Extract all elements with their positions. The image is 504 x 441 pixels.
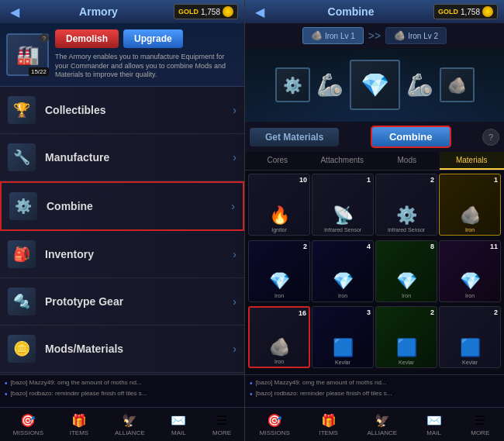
- nav-item-items[interactable]: 🎁ITEMS: [65, 410, 93, 439]
- level-tab-label-0: Iron Lv 1: [325, 32, 355, 40]
- upgrade-button[interactable]: Upgrade: [123, 29, 183, 48]
- action-tabs: Get Materials Combine ?: [245, 122, 504, 152]
- item-name-9: Kevlar: [333, 360, 352, 367]
- get-materials-tab[interactable]: Get Materials: [250, 128, 339, 146]
- building-level: 15/22: [29, 67, 49, 76]
- left-title: Armory: [23, 5, 174, 18]
- combine-scene: ⚙️ 🦾 💎 🦾 🪨: [245, 48, 504, 122]
- grid-item-2[interactable]: 2 ⚙️ Infrared Sensor: [375, 174, 437, 236]
- item-count-8: 16: [299, 309, 306, 317]
- chat-message: [bazo] Mazzy49: omg the amount of moths …: [11, 378, 142, 387]
- right-help-button[interactable]: ?: [482, 129, 499, 146]
- mail-nav-icon: ✉️: [171, 413, 186, 428]
- manufacture-label: Manufacture: [45, 151, 233, 164]
- grid-item-9[interactable]: 3 🟦 Kevlar: [312, 306, 374, 368]
- category-tab-mods[interactable]: Mods: [375, 152, 440, 170]
- left-bottom-nav: 🎯MISSIONS🎁ITEMS🦅ALLIANCE✉️MAIL☰MORE: [0, 407, 244, 441]
- item-count-6: 8: [430, 243, 434, 250]
- building-actions: Demolish Upgrade The Armory enables you …: [55, 29, 238, 80]
- right-items-nav-icon: 🎁: [321, 413, 337, 428]
- right-nav-item-mail[interactable]: ✉️MAIL: [422, 410, 447, 439]
- nav-item-alliance[interactable]: 🦅ALLIANCE: [110, 410, 150, 439]
- nav-item-missions[interactable]: 🎯MISSIONS: [9, 410, 48, 439]
- armory-icon: 🏭: [16, 44, 40, 66]
- sidebar-item-inventory[interactable]: 🎒 Inventory ›: [0, 231, 244, 278]
- grid-item-6[interactable]: 8 💎 Iron: [375, 240, 437, 302]
- chat-dot: •: [5, 389, 8, 400]
- slot-2[interactable]: 🪨: [440, 67, 475, 102]
- item-icon-4: 💎: [269, 271, 290, 291]
- action-buttons: Demolish Upgrade: [55, 29, 238, 48]
- demolish-button[interactable]: Demolish: [55, 29, 119, 48]
- item-icon-11: 🟦: [460, 338, 481, 358]
- item-icon-0: 🔥: [269, 205, 290, 226]
- right-items-nav-label: ITEMS: [319, 429, 337, 436]
- item-count-4: 2: [303, 243, 307, 250]
- slot-center[interactable]: 💎: [350, 60, 400, 110]
- grid-item-7[interactable]: 11 💎 Iron: [439, 240, 501, 302]
- left-panel: ◀ Armory GOLD 1,758 🏭 15/22 ? Demolish U…: [0, 0, 244, 441]
- sidebar-item-manufacture[interactable]: 🔧 Manufacture ›: [0, 134, 244, 181]
- item-name-1: Infrared Sensor: [323, 227, 363, 235]
- sidebar-item-prototype-gear[interactable]: 🔩 Prototype Gear ›: [0, 278, 244, 326]
- category-tab-attachments[interactable]: Attachments: [310, 152, 375, 170]
- right-chat-message: [bazo] rodbazo: reminder please finish o…: [256, 389, 392, 398]
- item-icon-8: 🪨: [269, 337, 290, 357]
- items-grid: 10 🔥 Ignitor 1 📡 Infrared Sensor 2 ⚙️ In…: [245, 171, 504, 374]
- grid-item-0[interactable]: 10 🔥 Ignitor: [248, 174, 310, 236]
- right-nav-item-items[interactable]: 🎁ITEMS: [314, 410, 342, 439]
- more-nav-icon: ☰: [216, 413, 227, 428]
- right-chat-line: •[bazo] Mazzy49: omg the amount of moths…: [250, 378, 499, 389]
- category-tab-cores[interactable]: Cores: [245, 152, 310, 170]
- right-gold-amount: 1,758: [461, 8, 480, 16]
- menu-list: 🏆 Collectibles › 🔧 Manufacture › ⚙️ Comb…: [0, 87, 244, 374]
- help-icon[interactable]: ?: [40, 33, 49, 43]
- manufacture-icon: 🔧: [8, 143, 36, 171]
- sidebar-item-collectibles[interactable]: 🏆 Collectibles ›: [0, 87, 244, 134]
- item-icon-7: 💎: [460, 271, 481, 291]
- grid-item-8[interactable]: 16 🪨 Iron: [248, 306, 310, 368]
- grid-item-1[interactable]: 1 📡 Infrared Sensor: [312, 174, 374, 236]
- category-tab-materials[interactable]: Materials: [440, 152, 505, 170]
- sidebar-item-mods-materials[interactable]: 🪙 Mods/Materials ›: [0, 326, 244, 373]
- item-name-11: Kevlar: [461, 360, 479, 367]
- level-tab-0[interactable]: 🪨Iron Lv 1: [302, 27, 364, 44]
- right-gold-icon: [482, 6, 493, 17]
- grid-item-11[interactable]: 2 🟦 Kevlar: [439, 306, 501, 368]
- left-chat: •[bazo] Mazzy49: omg the amount of moths…: [0, 374, 244, 407]
- nav-item-more[interactable]: ☰MORE: [208, 410, 236, 439]
- left-header: ◀ Armory GOLD 1,758: [0, 0, 244, 23]
- item-icon-1: 📡: [333, 205, 354, 226]
- item-count-5: 4: [367, 243, 371, 250]
- item-icon-6: 💎: [396, 271, 417, 291]
- sidebar-item-combine[interactable]: ⚙️ Combine ›: [0, 181, 244, 231]
- chat-line: •[bazo] rodbazo: reminder please finish …: [5, 389, 240, 400]
- mods-materials-icon: 🪙: [8, 335, 36, 363]
- grid-item-3[interactable]: 1 🪨 Iron: [439, 174, 501, 236]
- items-nav-label: ITEMS: [70, 429, 88, 436]
- grid-item-5[interactable]: 4 💎 Iron: [312, 240, 374, 302]
- item-count-1: 1: [367, 176, 371, 184]
- right-nav-item-alliance[interactable]: 🦅ALLIANCE: [362, 410, 402, 439]
- left-back-button[interactable]: ◀: [6, 5, 23, 19]
- item-count-9: 3: [367, 308, 371, 316]
- prototype-gear-icon: 🔩: [8, 288, 36, 315]
- machine-arm-right: 🦾: [406, 72, 433, 98]
- iron-icon-1: 🪨: [394, 30, 406, 41]
- collectibles-label: Collectibles: [45, 104, 233, 116]
- right-nav-item-missions[interactable]: 🎯MISSIONS: [255, 410, 295, 439]
- combine-tab[interactable]: Combine: [371, 126, 451, 148]
- right-header: ◀ Combine GOLD 1,758: [245, 0, 504, 23]
- collectibles-icon: 🏆: [8, 96, 36, 124]
- right-back-button[interactable]: ◀: [251, 5, 268, 19]
- alliance-nav-icon: 🦅: [122, 413, 137, 428]
- right-bottom-nav: 🎯MISSIONS🎁ITEMS🦅ALLIANCE✉️MAIL☰MORE: [245, 407, 504, 441]
- inventory-icon: 🎒: [8, 240, 36, 268]
- slot-1[interactable]: ⚙️: [275, 67, 310, 102]
- grid-item-10[interactable]: 2 🟦 Kevlar: [375, 306, 437, 368]
- grid-item-4[interactable]: 2 💎 Iron: [248, 240, 310, 302]
- right-nav-item-more[interactable]: ☰MORE: [466, 410, 494, 439]
- nav-item-mail[interactable]: ✉️MAIL: [166, 410, 191, 439]
- mods-materials-chevron: ›: [233, 343, 236, 355]
- level-tab-1[interactable]: 🪨Iron Lv 2: [385, 27, 447, 44]
